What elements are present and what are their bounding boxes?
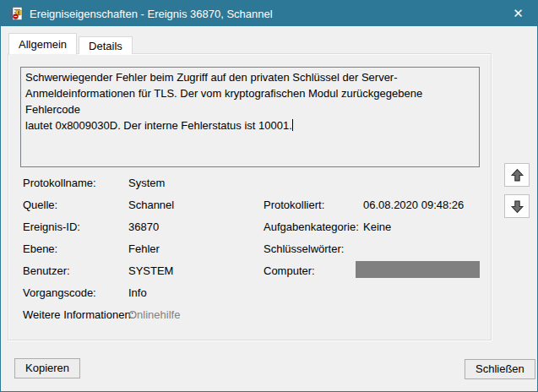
field-value-protokollname: System xyxy=(128,177,165,189)
close-icon[interactable]: ✕ xyxy=(499,1,537,26)
down-arrow-icon xyxy=(510,199,524,214)
close-dialog-button[interactable]: Schließen xyxy=(465,359,535,379)
field-label-protokollname: Protokollname: xyxy=(23,177,96,189)
field-value-aufgabenkategorie: Keine xyxy=(363,220,391,233)
field-label-protokolliert: Protokolliert: xyxy=(264,199,324,211)
field-label-vorgangscode: Vorgangscode: xyxy=(23,286,96,299)
previous-event-button[interactable] xyxy=(504,163,530,187)
text-caret xyxy=(292,119,293,131)
event-properties-icon xyxy=(9,7,23,20)
field-label-computer: Computer: xyxy=(264,264,315,277)
field-value-ereignis-id: 36870 xyxy=(128,220,159,233)
up-arrow-icon xyxy=(510,168,524,182)
field-label-schluesselwoerter: Schlüsselwörter: xyxy=(264,242,344,255)
computer-value-redacted xyxy=(356,261,480,278)
event-properties-dialog: Ereigniseigenschaften - Ereignis 36870, … xyxy=(0,0,538,392)
tab-details[interactable]: Details xyxy=(79,36,133,54)
tab-allgemein[interactable]: Allgemein xyxy=(8,33,77,55)
onlinehilfe-link[interactable]: Onlinehilfe xyxy=(128,308,180,321)
field-value-vorgangscode: Info xyxy=(128,286,147,299)
tab-page-general: Schwerwiegender Fehler beim Zugriff auf … xyxy=(8,53,492,340)
event-description-box[interactable]: Schwerwiegender Fehler beim Zugriff auf … xyxy=(20,67,480,167)
title-bar[interactable]: Ereigniseigenschaften - Ereignis 36870, … xyxy=(1,1,537,26)
window-title: Ereigniseigenschaften - Ereignis 36870, … xyxy=(30,8,273,20)
event-description-text: Schwerwiegender Fehler beim Zugriff auf … xyxy=(25,71,422,132)
field-label-quelle: Quelle: xyxy=(23,199,57,211)
field-label-aufgabenkategorie: Aufgabenkategorie: xyxy=(264,220,359,233)
field-value-quelle: Schannel xyxy=(128,199,174,211)
field-label-benutzer: Benutzer: xyxy=(23,264,70,277)
field-value-protokolliert: 06.08.2020 09:48:26 xyxy=(363,199,464,211)
field-value-ebene: Fehler xyxy=(128,242,160,255)
field-label-weitere-informationen: Weitere Informationen: xyxy=(23,308,133,321)
tab-strip: Allgemein Details xyxy=(8,32,134,54)
field-label-ereignis-id: Ereignis-ID: xyxy=(23,220,80,233)
field-label-ebene: Ebene: xyxy=(23,242,57,255)
field-value-benutzer: SYSTEM xyxy=(128,264,173,277)
next-event-button[interactable] xyxy=(504,194,530,218)
copy-button[interactable]: Kopieren xyxy=(14,358,80,378)
